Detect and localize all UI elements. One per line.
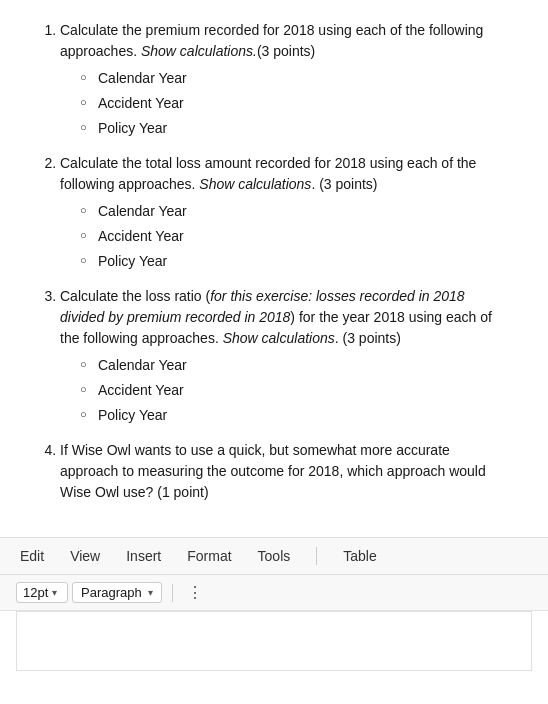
sub-item-text: Policy Year bbox=[98, 120, 167, 136]
paragraph-style-value: Paragraph bbox=[81, 585, 142, 600]
sub-item-text: Accident Year bbox=[98, 95, 184, 111]
format-bar-divider bbox=[172, 584, 173, 602]
list-item: Calculate the loss ratio (for this exerc… bbox=[60, 286, 508, 426]
list-item: Calculate the premium recorded for 2018 … bbox=[60, 20, 508, 139]
list-item: Calculate the total loss amount recorded… bbox=[60, 153, 508, 272]
format-bar: 12pt ▾ Paragraph ▾ ⋮ bbox=[0, 575, 548, 611]
show-calculations: Show calculations. bbox=[141, 43, 257, 59]
points-text: . (3 points) bbox=[335, 330, 401, 346]
font-size-caret-icon: ▾ bbox=[52, 587, 57, 598]
content-area: Calculate the premium recorded for 2018 … bbox=[0, 0, 548, 537]
menu-toolbar: Edit View Insert Format Tools Table bbox=[0, 537, 548, 575]
more-options-button[interactable]: ⋮ bbox=[183, 581, 208, 604]
list-item: If Wise Owl wants to use a quick, but so… bbox=[60, 440, 508, 503]
sub-item-text: Calendar Year bbox=[98, 203, 187, 219]
tools-menu[interactable]: Tools bbox=[254, 546, 295, 566]
format-menu[interactable]: Format bbox=[183, 546, 235, 566]
paragraph-style-control[interactable]: Paragraph ▾ bbox=[72, 582, 162, 603]
list-item: Policy Year bbox=[80, 405, 508, 426]
item-text: If Wise Owl wants to use a quick, but so… bbox=[60, 442, 486, 500]
points-text: (3 points) bbox=[257, 43, 315, 59]
sub-item-text: Calendar Year bbox=[98, 70, 187, 86]
sub-list: Calendar Year Accident Year Policy Year bbox=[60, 201, 508, 272]
sub-item-text: Policy Year bbox=[98, 407, 167, 423]
list-item: Calendar Year bbox=[80, 201, 508, 222]
points-text: . (3 points) bbox=[311, 176, 377, 192]
font-size-value: 12pt bbox=[23, 585, 48, 600]
question-list: Calculate the premium recorded for 2018 … bbox=[40, 20, 508, 503]
show-calculations: Show calculations bbox=[199, 176, 311, 192]
font-size-control[interactable]: 12pt ▾ bbox=[16, 582, 68, 603]
view-menu[interactable]: View bbox=[66, 546, 104, 566]
table-menu[interactable]: Table bbox=[339, 546, 380, 566]
sub-item-text: Calendar Year bbox=[98, 357, 187, 373]
paragraph-caret-icon: ▾ bbox=[148, 587, 153, 598]
list-item: Accident Year bbox=[80, 93, 508, 114]
toolbar-divider bbox=[316, 547, 317, 565]
sub-item-text: Accident Year bbox=[98, 382, 184, 398]
sub-item-text: Accident Year bbox=[98, 228, 184, 244]
list-item: Policy Year bbox=[80, 251, 508, 272]
list-item: Policy Year bbox=[80, 118, 508, 139]
show-calculations: Show calculations bbox=[223, 330, 335, 346]
list-item: Accident Year bbox=[80, 380, 508, 401]
page-container: Calculate the premium recorded for 2018 … bbox=[0, 0, 548, 671]
edit-menu[interactable]: Edit bbox=[16, 546, 48, 566]
sub-item-text: Policy Year bbox=[98, 253, 167, 269]
insert-menu[interactable]: Insert bbox=[122, 546, 165, 566]
editor-area[interactable] bbox=[16, 611, 532, 671]
list-item: Accident Year bbox=[80, 226, 508, 247]
item-text: Calculate the loss ratio ( bbox=[60, 288, 210, 304]
list-item: Calendar Year bbox=[80, 355, 508, 376]
list-item: Calendar Year bbox=[80, 68, 508, 89]
sub-list: Calendar Year Accident Year Policy Year bbox=[60, 68, 508, 139]
sub-list: Calendar Year Accident Year Policy Year bbox=[60, 355, 508, 426]
